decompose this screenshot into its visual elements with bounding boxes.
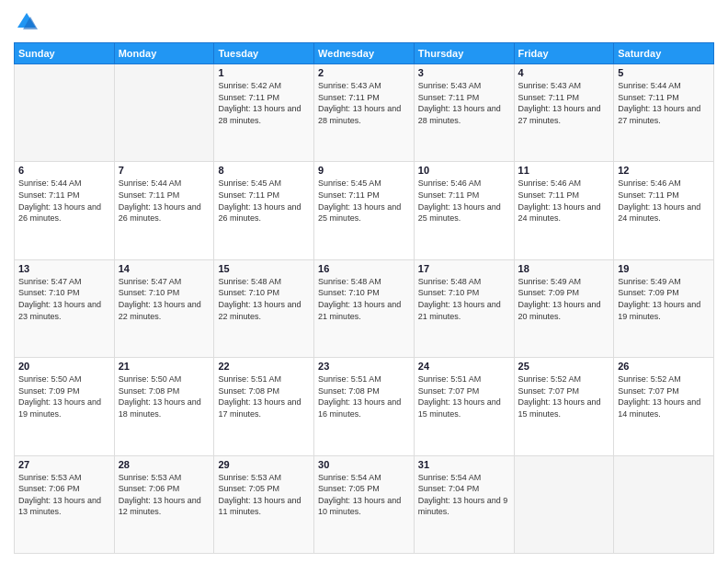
logo: [14, 9, 43, 35]
day-number: 10: [418, 165, 510, 176]
day-info: Sunrise: 5:44 AMSunset: 7:11 PMDaylight:…: [119, 178, 210, 224]
day-info: Sunrise: 5:50 AMSunset: 7:08 PMDaylight:…: [119, 373, 210, 419]
day-number: 12: [618, 165, 710, 176]
day-info: Sunrise: 5:51 AMSunset: 7:07 PMDaylight:…: [418, 373, 510, 419]
week-row-3: 13Sunrise: 5:47 AMSunset: 7:10 PMDayligh…: [15, 259, 714, 357]
day-info: Sunrise: 5:48 AMSunset: 7:10 PMDaylight:…: [218, 276, 310, 322]
day-number: 18: [518, 263, 610, 274]
day-cell: 31Sunrise: 5:54 AMSunset: 7:04 PMDayligh…: [414, 455, 514, 553]
day-cell: 6Sunrise: 5:44 AMSunset: 7:11 PMDaylight…: [15, 162, 115, 259]
header-row: SundayMondayTuesdayWednesdayThursdayFrid…: [15, 43, 714, 64]
day-info: Sunrise: 5:43 AMSunset: 7:11 PMDaylight:…: [418, 80, 510, 126]
day-number: 17: [418, 263, 510, 274]
day-number: 31: [418, 459, 510, 470]
day-cell: 19Sunrise: 5:49 AMSunset: 7:09 PMDayligh…: [614, 259, 714, 357]
day-number: 30: [318, 459, 410, 470]
day-number: 4: [518, 67, 610, 78]
day-info: Sunrise: 5:53 AMSunset: 7:05 PMDaylight:…: [218, 472, 310, 518]
day-cell: 5Sunrise: 5:44 AMSunset: 7:11 PMDaylight…: [614, 64, 714, 162]
page: SundayMondayTuesdayWednesdayThursdayFrid…: [0, 0, 728, 563]
day-cell: 24Sunrise: 5:51 AMSunset: 7:07 PMDayligh…: [414, 358, 514, 455]
day-cell: 9Sunrise: 5:45 AMSunset: 7:11 PMDaylight…: [314, 162, 415, 259]
day-cell: [15, 64, 115, 162]
day-info: Sunrise: 5:51 AMSunset: 7:08 PMDaylight:…: [218, 373, 310, 419]
day-info: Sunrise: 5:52 AMSunset: 7:07 PMDaylight:…: [518, 373, 610, 419]
day-info: Sunrise: 5:52 AMSunset: 7:07 PMDaylight:…: [618, 373, 710, 419]
day-number: 11: [518, 165, 610, 176]
column-header-monday: Monday: [114, 43, 214, 64]
day-cell: 14Sunrise: 5:47 AMSunset: 7:10 PMDayligh…: [114, 259, 214, 357]
day-cell: 4Sunrise: 5:43 AMSunset: 7:11 PMDaylight…: [514, 64, 614, 162]
day-cell: 26Sunrise: 5:52 AMSunset: 7:07 PMDayligh…: [614, 358, 714, 455]
day-number: 7: [119, 165, 210, 176]
day-info: Sunrise: 5:49 AMSunset: 7:09 PMDaylight:…: [618, 276, 710, 322]
day-cell: 27Sunrise: 5:53 AMSunset: 7:06 PMDayligh…: [15, 455, 115, 553]
column-header-saturday: Saturday: [614, 43, 714, 64]
day-cell: 13Sunrise: 5:47 AMSunset: 7:10 PMDayligh…: [15, 259, 115, 357]
day-cell: 10Sunrise: 5:46 AMSunset: 7:11 PMDayligh…: [414, 162, 514, 259]
day-number: 9: [318, 165, 410, 176]
day-number: 16: [318, 263, 410, 274]
column-header-friday: Friday: [514, 43, 614, 64]
day-info: Sunrise: 5:48 AMSunset: 7:10 PMDaylight:…: [318, 276, 410, 322]
day-number: 1: [218, 67, 310, 78]
day-number: 2: [318, 67, 410, 78]
day-info: Sunrise: 5:44 AMSunset: 7:11 PMDaylight:…: [18, 178, 110, 224]
day-number: 5: [618, 67, 710, 78]
week-row-2: 6Sunrise: 5:44 AMSunset: 7:11 PMDaylight…: [15, 162, 714, 259]
day-cell: 20Sunrise: 5:50 AMSunset: 7:09 PMDayligh…: [15, 358, 115, 455]
day-number: 29: [218, 459, 310, 470]
day-cell: [114, 64, 214, 162]
day-cell: 22Sunrise: 5:51 AMSunset: 7:08 PMDayligh…: [214, 358, 314, 455]
day-number: 20: [18, 361, 110, 372]
day-cell: 30Sunrise: 5:54 AMSunset: 7:05 PMDayligh…: [314, 455, 415, 553]
day-cell: 25Sunrise: 5:52 AMSunset: 7:07 PMDayligh…: [514, 358, 614, 455]
day-cell: 23Sunrise: 5:51 AMSunset: 7:08 PMDayligh…: [314, 358, 415, 455]
day-info: Sunrise: 5:47 AMSunset: 7:10 PMDaylight:…: [119, 276, 210, 322]
day-info: Sunrise: 5:45 AMSunset: 7:11 PMDaylight:…: [318, 178, 410, 224]
day-cell: 17Sunrise: 5:48 AMSunset: 7:10 PMDayligh…: [414, 259, 514, 357]
day-info: Sunrise: 5:46 AMSunset: 7:11 PMDaylight:…: [518, 178, 610, 224]
day-number: 24: [418, 361, 510, 372]
day-info: Sunrise: 5:46 AMSunset: 7:11 PMDaylight:…: [618, 178, 710, 224]
day-cell: 21Sunrise: 5:50 AMSunset: 7:08 PMDayligh…: [114, 358, 214, 455]
day-info: Sunrise: 5:53 AMSunset: 7:06 PMDaylight:…: [119, 472, 210, 518]
day-cell: 3Sunrise: 5:43 AMSunset: 7:11 PMDaylight…: [414, 64, 514, 162]
column-header-thursday: Thursday: [414, 43, 514, 64]
day-number: 25: [518, 361, 610, 372]
day-number: 15: [218, 263, 310, 274]
day-cell: 18Sunrise: 5:49 AMSunset: 7:09 PMDayligh…: [514, 259, 614, 357]
day-number: 26: [618, 361, 710, 372]
day-number: 3: [418, 67, 510, 78]
day-number: 21: [119, 361, 210, 372]
day-cell: 16Sunrise: 5:48 AMSunset: 7:10 PMDayligh…: [314, 259, 415, 357]
day-info: Sunrise: 5:53 AMSunset: 7:06 PMDaylight:…: [18, 472, 110, 518]
day-number: 13: [18, 263, 110, 274]
day-info: Sunrise: 5:51 AMSunset: 7:08 PMDaylight:…: [318, 373, 410, 419]
day-number: 22: [218, 361, 310, 372]
day-info: Sunrise: 5:43 AMSunset: 7:11 PMDaylight:…: [518, 80, 610, 126]
day-info: Sunrise: 5:45 AMSunset: 7:11 PMDaylight:…: [218, 178, 310, 224]
day-number: 28: [119, 459, 210, 470]
day-number: 6: [18, 165, 110, 176]
day-info: Sunrise: 5:46 AMSunset: 7:11 PMDaylight:…: [418, 178, 510, 224]
day-info: Sunrise: 5:50 AMSunset: 7:09 PMDaylight:…: [18, 373, 110, 419]
day-cell: 15Sunrise: 5:48 AMSunset: 7:10 PMDayligh…: [214, 259, 314, 357]
week-row-5: 27Sunrise: 5:53 AMSunset: 7:06 PMDayligh…: [15, 455, 714, 553]
day-info: Sunrise: 5:44 AMSunset: 7:11 PMDaylight:…: [618, 80, 710, 126]
day-cell: [614, 455, 714, 553]
logo-icon: [14, 9, 40, 35]
day-info: Sunrise: 5:54 AMSunset: 7:05 PMDaylight:…: [318, 472, 410, 518]
day-cell: 7Sunrise: 5:44 AMSunset: 7:11 PMDaylight…: [114, 162, 214, 259]
calendar-table: SundayMondayTuesdayWednesdayThursdayFrid…: [14, 42, 714, 554]
day-cell: [514, 455, 614, 553]
day-cell: 28Sunrise: 5:53 AMSunset: 7:06 PMDayligh…: [114, 455, 214, 553]
day-cell: 12Sunrise: 5:46 AMSunset: 7:11 PMDayligh…: [614, 162, 714, 259]
day-info: Sunrise: 5:47 AMSunset: 7:10 PMDaylight:…: [18, 276, 110, 322]
day-info: Sunrise: 5:43 AMSunset: 7:11 PMDaylight:…: [318, 80, 410, 126]
day-info: Sunrise: 5:42 AMSunset: 7:11 PMDaylight:…: [218, 80, 310, 126]
column-header-wednesday: Wednesday: [314, 43, 415, 64]
day-info: Sunrise: 5:49 AMSunset: 7:09 PMDaylight:…: [518, 276, 610, 322]
day-number: 8: [218, 165, 310, 176]
column-header-sunday: Sunday: [15, 43, 115, 64]
